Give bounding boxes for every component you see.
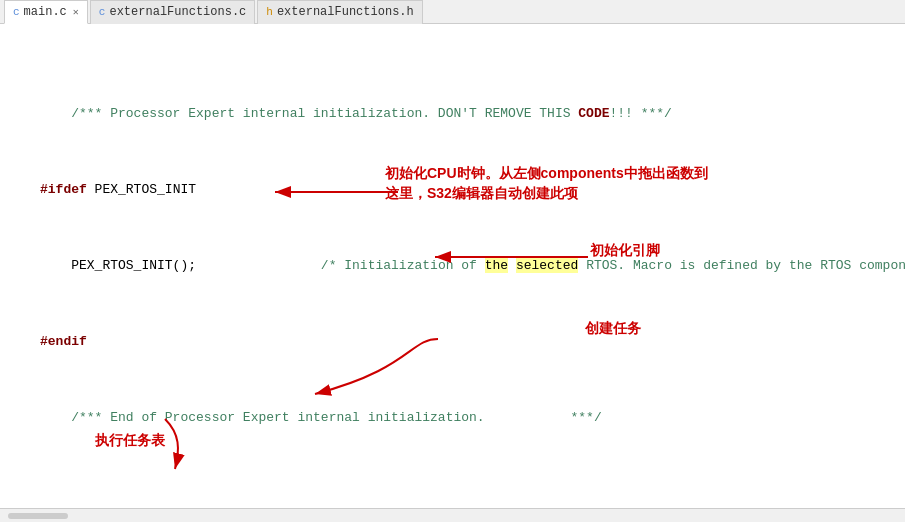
code-content: #ifdef PEX_RTOS_INIT [40,180,196,199]
tab-label2: externalFunctions.c [109,5,246,19]
close-icon[interactable]: ✕ [73,6,79,18]
tab-bar: c main.c ✕ c externalFunctions.c h exter… [0,0,905,24]
tab-label3: externalFunctions.h [277,5,414,19]
code-line-2: #ifdef PEX_RTOS_INIT [40,180,905,199]
code-content: #endif [40,332,87,351]
tab-main-c[interactable]: c main.c ✕ [4,0,88,24]
code-line-1: /*** Processor Expert internal initializ… [40,104,905,123]
tab-label: main.c [24,5,67,19]
code-content [40,484,48,503]
code-content: /*** End of Processor Expert internal in… [40,408,602,427]
code-line-5: /*** End of Processor Expert internal in… [40,408,905,427]
code-line-3: PEX_RTOS_INIT(); /* Initialization of th… [40,256,905,275]
scrollbar-h[interactable] [4,512,901,520]
h-file-icon: h [266,6,273,18]
code-content: /*** Processor Expert internal initializ… [40,104,672,123]
tab-external-h[interactable]: h externalFunctions.h [257,0,422,24]
c-file-icon2: c [99,6,106,18]
code-line-6 [40,484,905,503]
scrollbar-thumb[interactable] [8,513,68,519]
code-content: PEX_RTOS_INIT(); /* Initialization of th… [40,256,905,275]
c-file-icon: c [13,6,20,18]
bottom-bar [0,508,905,522]
code-container: /*** Processor Expert internal initializ… [0,24,905,508]
tab-external-c[interactable]: c externalFunctions.c [90,0,255,24]
editor-area: /*** Processor Expert internal initializ… [0,24,905,508]
code-line-4: #endif [40,332,905,351]
